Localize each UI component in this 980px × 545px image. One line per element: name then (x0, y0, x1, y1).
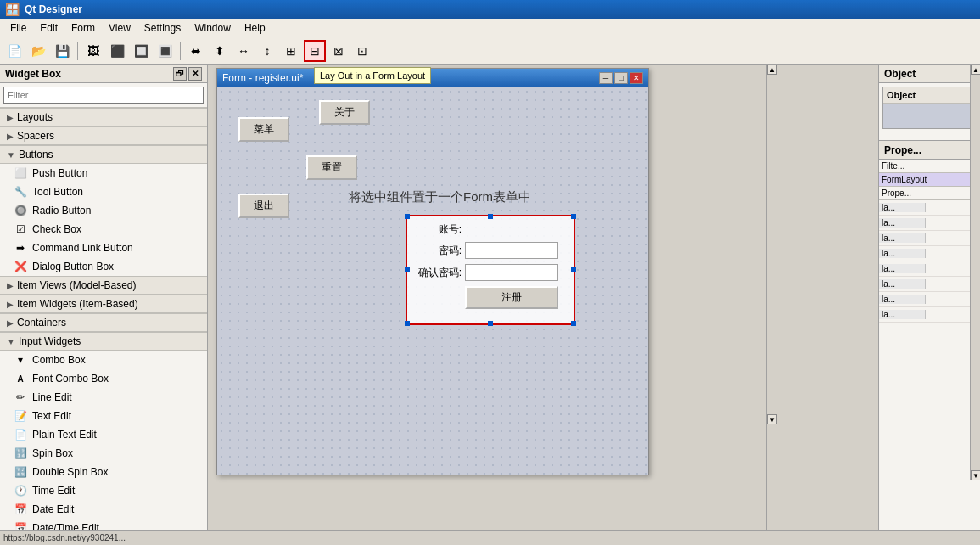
widget-box-header-btns: 🗗 ✕ (173, 67, 202, 81)
canvas-btn-exit[interactable]: 退出 (238, 194, 289, 218)
canvas-scroll-down[interactable]: ▼ (767, 414, 777, 424)
filter-label: Filte... (882, 161, 904, 171)
selection-area: 账号: 密码: 确认密码: 注册 (406, 215, 575, 325)
toolbar-btn6[interactable]: 🔲 (130, 40, 152, 62)
prop-name-2: la... (879, 218, 926, 228)
category-item-widgets-label: Item Widgets (Item-Based) (17, 298, 138, 310)
right-panel: Object Object Prope... Filte... FormLayo… (878, 65, 980, 545)
widget-tool-button[interactable]: 🔧 Tool Button (0, 183, 207, 201)
form-row-account: 账号: (411, 222, 570, 237)
form-restore[interactable]: □ (614, 72, 628, 84)
toolbar-open[interactable]: 📂 (27, 40, 49, 62)
menu-window[interactable]: Window (188, 20, 238, 36)
widget-spin-box[interactable]: 🔢 Spin Box (0, 444, 207, 463)
handle-tl[interactable] (405, 214, 410, 219)
line-edit-label: Line Edit (32, 391, 72, 403)
widget-dialog-btn-box[interactable]: ❌ Dialog Button Box (0, 257, 207, 276)
form-titlebar: Form - register.ui* ─ □ ✕ (217, 69, 648, 87)
widget-date-edit[interactable]: 📅 Date Edit (0, 500, 207, 519)
toolbar-layout-h[interactable]: ⬌ (185, 40, 207, 62)
widget-push-button[interactable]: ⬜ Push Button (0, 164, 207, 183)
filter-input[interactable] (3, 87, 204, 104)
object-inspector-header: Object (879, 65, 980, 83)
widget-command-link[interactable]: ➡ Command Link Button (0, 239, 207, 257)
toolbar-btn5[interactable]: ⬛ (106, 40, 128, 62)
category-buttons[interactable]: ▼ Buttons (0, 145, 207, 164)
widget-double-spin-box[interactable]: 🔣 Double Spin Box (0, 463, 207, 481)
prop-row-7: la... (879, 292, 980, 307)
widget-box-float[interactable]: 🗗 (173, 67, 187, 81)
toolbar-layout-form[interactable]: ⊟ Lay Out in a Form Layout (304, 40, 326, 62)
plain-text-edit-icon: 📄 (14, 428, 27, 441)
category-containers-label: Containers (17, 317, 66, 329)
arrow-buttons: ▼ (7, 150, 15, 160)
toolbar-save[interactable]: 💾 (51, 40, 73, 62)
widget-font-combo-box[interactable]: A Font Combo Box (0, 369, 207, 388)
menu-edit[interactable]: Edit (33, 20, 64, 36)
canvas-btn-menu[interactable]: 菜单 (238, 117, 289, 142)
canvas-scrollbar-v[interactable]: ▲ ▼ (766, 65, 776, 545)
tool-button-label: Tool Button (32, 186, 83, 198)
handle-tm[interactable] (488, 214, 493, 219)
toolbar-layout-h2[interactable]: ↔ (232, 40, 255, 62)
category-input-widgets[interactable]: ▼ Input Widgets (0, 332, 207, 351)
register-button[interactable]: 注册 (465, 286, 558, 309)
handle-tr[interactable] (571, 214, 576, 219)
canvas-btn-about[interactable]: 关于 (319, 100, 370, 125)
confirm-input[interactable] (465, 264, 558, 281)
status-bar: https://blog.csdn.net/yy930241... (0, 530, 980, 545)
toolbar-btn7[interactable]: 🔳 (154, 40, 176, 62)
line-edit-icon: ✏ (14, 390, 27, 404)
text-edit-label: Text Edit (32, 410, 71, 422)
confirm-label: 确认密码: (411, 266, 462, 280)
toolbar: 📄 📂 💾 🖼 ⬛ 🔲 🔳 ⬌ ⬍ ↔ ↕ ⊞ ⊟ Lay Out in a F… (0, 37, 980, 65)
toolbar-layout-v2[interactable]: ↕ (256, 40, 278, 62)
widget-time-edit[interactable]: 🕐 Time Edit (0, 481, 207, 500)
widget-text-edit[interactable]: 📝 Text Edit (0, 407, 207, 425)
handle-br[interactable] (571, 321, 576, 326)
arrow-containers: ▶ (7, 318, 14, 328)
handle-ml[interactable] (405, 267, 410, 272)
widget-line-edit[interactable]: ✏ Line Edit (0, 388, 207, 407)
check-box-icon: ☑ (14, 222, 27, 236)
toolbar-new[interactable]: 📄 (3, 40, 25, 62)
handle-mr[interactable] (571, 267, 576, 272)
menu-form[interactable]: Form (64, 20, 102, 36)
toolbar-break[interactable]: ⊠ (328, 40, 350, 62)
menu-view[interactable]: View (102, 20, 137, 36)
form-close[interactable]: ✕ (630, 72, 643, 84)
form-minimize[interactable]: ─ (599, 72, 613, 84)
widget-box-title: Widget Box (5, 68, 61, 80)
widget-combo-box[interactable]: ▾ Combo Box (0, 351, 207, 369)
password-input[interactable] (465, 242, 558, 259)
prop-sublabel: Prope... (879, 187, 980, 200)
canvas-scroll-up[interactable]: ▲ (767, 65, 777, 75)
category-item-views[interactable]: ▶ Item Views (Model-Based) (0, 276, 207, 295)
arrow-item-widgets: ▶ (7, 300, 14, 309)
category-containers[interactable]: ▶ Containers (0, 313, 207, 332)
dialog-btn-box-icon: ❌ (14, 260, 27, 273)
canvas-btn-reset[interactable]: 重置 (306, 155, 357, 180)
toolbar-layout-v[interactable]: ⬍ (209, 40, 231, 62)
widget-check-box[interactable]: ☑ Check Box (0, 220, 207, 239)
toolbar-btn4[interactable]: 🖼 (82, 40, 104, 62)
menu-file[interactable]: File (3, 20, 33, 36)
property-editor: Prope... Filte... FormLayout Prope... la… (879, 141, 980, 545)
toolbar-adjust[interactable]: ⊡ (351, 40, 373, 62)
menu-help[interactable]: Help (238, 20, 272, 36)
form-canvas[interactable]: 关于 菜单 重置 退出 将选中组件置于一个Form表单中 (217, 87, 648, 475)
form-row-confirm: 确认密码: (411, 264, 570, 281)
category-spacers[interactable]: ▶ Spacers (0, 126, 207, 145)
handle-bm[interactable] (488, 321, 493, 326)
category-item-widgets[interactable]: ▶ Item Widgets (Item-Based) (0, 295, 207, 313)
app-icon: 🪟 (5, 3, 20, 16)
category-layouts[interactable]: ▶ Layouts (0, 108, 207, 126)
canvas-label: 将选中组件置于一个Form表单中 (349, 189, 531, 205)
widget-radio-button[interactable]: 🔘 Radio Button (0, 201, 207, 220)
handle-bl[interactable] (405, 321, 410, 326)
object-inspector: Object Object (879, 65, 980, 141)
widget-plain-text-edit[interactable]: 📄 Plain Text Edit (0, 425, 207, 444)
widget-box-close[interactable]: ✕ (188, 67, 202, 81)
menu-settings[interactable]: Settings (137, 20, 188, 36)
toolbar-layout-grid[interactable]: ⊞ (280, 40, 302, 62)
